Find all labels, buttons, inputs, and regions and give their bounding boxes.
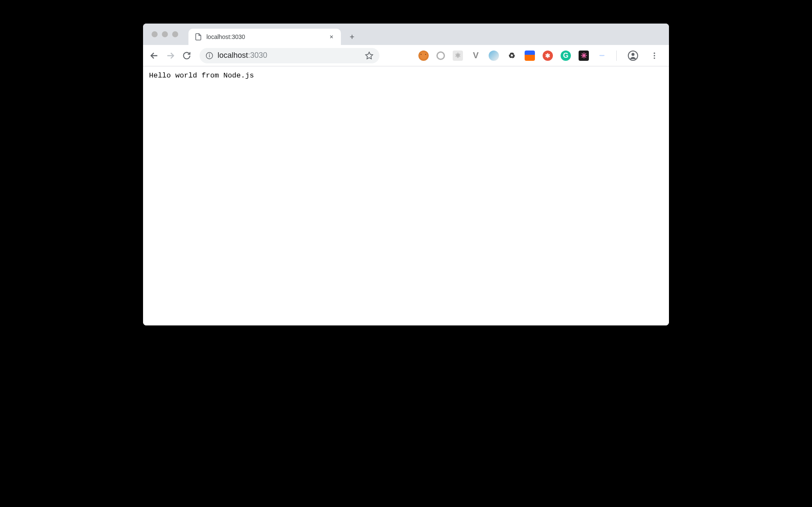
window-minimize-button[interactable]	[162, 31, 168, 37]
svg-point-8	[209, 54, 210, 54]
menu-button[interactable]	[648, 49, 661, 63]
svg-point-12	[654, 52, 655, 54]
url-host: localhost	[218, 51, 248, 60]
address-bar[interactable]: localhost:3030	[200, 48, 379, 63]
tab-strip: localhost:3030	[143, 24, 669, 45]
browser-window: localhost:3030	[143, 24, 669, 325]
extension-swirl-icon[interactable]	[489, 51, 499, 61]
extension-cookie-icon[interactable]	[418, 51, 429, 61]
toolbar-divider	[616, 51, 617, 61]
extension-dark-icon[interactable]: ✳	[579, 51, 589, 61]
extension-target-icon[interactable]: ✱	[543, 51, 553, 61]
extension-circle-icon[interactable]	[436, 51, 445, 60]
toolbar: localhost:3030 ⚛ V ♻ ✱ G ✳ 〰	[143, 45, 669, 66]
site-info-icon[interactable]	[206, 52, 213, 60]
svg-point-11	[632, 53, 635, 56]
window-close-button[interactable]	[152, 31, 158, 37]
traffic-lights	[152, 31, 178, 37]
svg-point-13	[654, 55, 655, 56]
tab-title: localhost:3030	[206, 33, 324, 40]
url-text: localhost:3030	[218, 51, 361, 60]
profile-button[interactable]	[626, 49, 640, 63]
bookmark-button[interactable]	[365, 51, 373, 60]
reload-button[interactable]	[180, 49, 194, 63]
extension-vue-icon[interactable]: V	[471, 51, 481, 61]
page-content: Hello world from Node.js	[143, 66, 669, 325]
extension-react-icon[interactable]: ⚛	[453, 51, 463, 61]
svg-marker-9	[366, 52, 373, 59]
extension-wave-icon[interactable]: 〰	[597, 51, 607, 61]
url-port: :3030	[248, 51, 267, 60]
tab-close-button[interactable]	[328, 33, 335, 40]
svg-point-14	[654, 57, 655, 59]
extensions-bar: ⚛ V ♻ ✱ G ✳ 〰	[415, 49, 665, 63]
file-icon	[194, 33, 202, 41]
extension-grammarly-icon[interactable]: G	[561, 51, 571, 61]
browser-tab[interactable]: localhost:3030	[188, 29, 341, 45]
forward-button[interactable]	[164, 49, 177, 63]
extension-recycle-icon[interactable]: ♻	[507, 51, 517, 61]
back-button[interactable]	[147, 49, 161, 63]
new-tab-button[interactable]	[346, 31, 358, 43]
window-maximize-button[interactable]	[172, 31, 178, 37]
page-body-text: Hello world from Node.js	[149, 72, 254, 80]
extension-lighthouse-icon[interactable]	[525, 51, 535, 61]
